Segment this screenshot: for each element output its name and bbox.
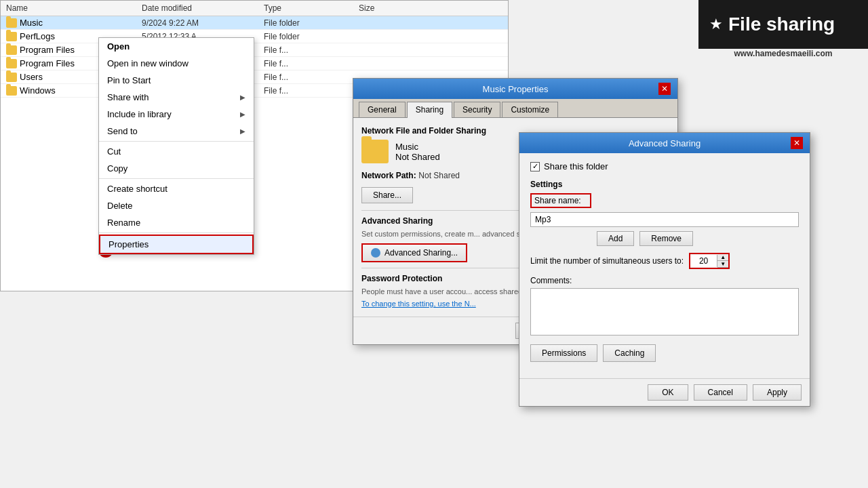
limit-spinner[interactable]: ▲ ▼ bbox=[689, 253, 730, 269]
menu-separator bbox=[99, 178, 254, 179]
permissions-caching-row: Permissions Caching bbox=[530, 344, 799, 362]
spinner-up[interactable]: ▲ bbox=[717, 254, 728, 261]
remove-button[interactable]: Remove bbox=[639, 231, 693, 246]
share-name-input[interactable] bbox=[530, 212, 799, 227]
context-menu-item[interactable]: Create shortcut bbox=[99, 180, 254, 197]
context-menu-item[interactable]: Send to▶ bbox=[99, 123, 254, 140]
share-folder-row: ✓ Share this folder bbox=[530, 161, 799, 171]
table-row[interactable]: Music 9/2024 9:22 AM File folder bbox=[1, 16, 508, 30]
advanced-sharing-close-button[interactable]: ✕ bbox=[791, 137, 803, 149]
submenu-arrow-icon: ▶ bbox=[240, 110, 245, 118]
context-menu-item[interactable]: Properties bbox=[99, 235, 254, 254]
table-row[interactable]: Program Files 2013 5:59 PM File f... bbox=[1, 57, 508, 70]
folder-icon bbox=[361, 140, 389, 163]
share-info-text: Music Not Shared bbox=[395, 142, 440, 162]
advanced-sharing-dialog-title: Advanced Sharing bbox=[538, 138, 791, 148]
folder-icon bbox=[6, 32, 17, 41]
col-header-name: Name bbox=[6, 3, 128, 13]
explorer-header: Name Date modified Type Size bbox=[1, 1, 508, 16]
caching-button[interactable]: Caching bbox=[603, 344, 656, 362]
permissions-button[interactable]: Permissions bbox=[530, 344, 597, 362]
advanced-sharing-titlebar: Advanced Sharing ✕ bbox=[519, 133, 810, 153]
context-menu-item[interactable]: Open in new window bbox=[99, 55, 254, 72]
advanced-sharing-footer: OK Cancel Apply bbox=[519, 378, 810, 406]
share-name-input-row bbox=[530, 212, 799, 227]
password-link[interactable]: To change this setting, use the N... bbox=[361, 300, 476, 308]
network-path-value: Not Shared bbox=[418, 171, 460, 180]
submenu-arrow-icon: ▶ bbox=[240, 127, 245, 135]
advanced-sharing-body: ✓ Share this folder Settings Share name:… bbox=[519, 153, 810, 378]
limit-value[interactable] bbox=[690, 255, 717, 267]
folder-status: Not Shared bbox=[395, 152, 440, 162]
adv-cancel-button[interactable]: Cancel bbox=[694, 384, 747, 401]
share-button[interactable]: Share... bbox=[361, 187, 413, 203]
add-remove-row: Add Remove bbox=[597, 231, 799, 246]
file-sharing-banner: ★ File sharing bbox=[698, 0, 868, 49]
comments-label: Comments: bbox=[530, 276, 799, 285]
limit-label: Limit the number of simultaneous users t… bbox=[530, 256, 684, 266]
advanced-sharing-dialog: Advanced Sharing ✕ ✓ Share this folder S… bbox=[519, 132, 810, 407]
tab-sharing[interactable]: Sharing bbox=[407, 102, 452, 118]
context-menu-item[interactable]: Copy bbox=[99, 160, 254, 177]
folder-icon bbox=[6, 73, 17, 82]
banner-title: File sharing bbox=[728, 14, 835, 35]
adv-ok-button[interactable]: OK bbox=[648, 384, 688, 401]
settings-section: Settings Share name: Add Remove bbox=[530, 180, 799, 246]
col-header-type: Type bbox=[264, 3, 345, 13]
col-header-size: Size bbox=[359, 3, 413, 13]
music-properties-titlebar: Music Properties ✕ bbox=[353, 79, 677, 99]
share-folder-label: Share this folder bbox=[544, 161, 608, 171]
context-menu[interactable]: OpenOpen in new windowPin to StartShare … bbox=[98, 37, 254, 255]
share-name-row: Share name: bbox=[530, 193, 799, 208]
advanced-sharing-button[interactable]: Advanced Sharing... bbox=[361, 243, 467, 262]
folder-icon bbox=[6, 45, 17, 55]
add-button[interactable]: Add bbox=[597, 231, 634, 246]
context-menu-item[interactable]: Cut bbox=[99, 143, 254, 160]
share-folder-checkbox[interactable]: ✓ bbox=[530, 162, 540, 171]
tab-customize[interactable]: Customize bbox=[502, 102, 558, 117]
spinner-down[interactable]: ▼ bbox=[717, 261, 728, 268]
adv-apply-button[interactable]: Apply bbox=[753, 384, 802, 401]
network-path-label: Network Path: bbox=[361, 171, 416, 180]
context-menu-item[interactable]: Share with▶ bbox=[99, 89, 254, 106]
folder-icon bbox=[6, 18, 17, 28]
settings-label: Settings bbox=[530, 180, 799, 189]
context-menu-item[interactable]: Delete bbox=[99, 197, 254, 214]
context-menu-item[interactable]: Include in library▶ bbox=[99, 106, 254, 123]
context-menu-item[interactable]: Rename bbox=[99, 214, 254, 231]
folder-icon bbox=[6, 59, 17, 68]
menu-separator bbox=[99, 232, 254, 233]
tab-security[interactable]: Security bbox=[454, 102, 500, 117]
music-properties-close-button[interactable]: ✕ bbox=[658, 83, 671, 95]
music-properties-tabs: General Sharing Security Customize bbox=[353, 99, 677, 118]
limit-row: Limit the number of simultaneous users t… bbox=[530, 253, 799, 269]
folder-name: Music bbox=[395, 142, 440, 152]
table-row[interactable]: Program Files 1/2024 7:19 AM File f... bbox=[1, 43, 508, 57]
context-menu-item[interactable]: Pin to Start bbox=[99, 72, 254, 89]
banner-star-icon: ★ bbox=[709, 16, 723, 33]
col-header-date: Date modified bbox=[142, 3, 250, 13]
banner-subtitle: www.hamedesmaeili.com bbox=[698, 49, 868, 58]
comments-area[interactable] bbox=[530, 288, 799, 336]
share-name-label: Share name: bbox=[530, 193, 591, 208]
gear-icon bbox=[371, 248, 380, 258]
table-row[interactable]: PerfLogs 5/2012 12:33 A... File folder bbox=[1, 30, 508, 43]
folder-icon bbox=[6, 86, 17, 96]
submenu-arrow-icon: ▶ bbox=[240, 94, 245, 101]
menu-separator bbox=[99, 141, 254, 142]
music-properties-title: Music Properties bbox=[372, 84, 658, 94]
spinner-arrows: ▲ ▼ bbox=[717, 254, 728, 268]
tab-general[interactable]: General bbox=[359, 102, 406, 117]
context-menu-item[interactable]: Open bbox=[99, 38, 254, 55]
